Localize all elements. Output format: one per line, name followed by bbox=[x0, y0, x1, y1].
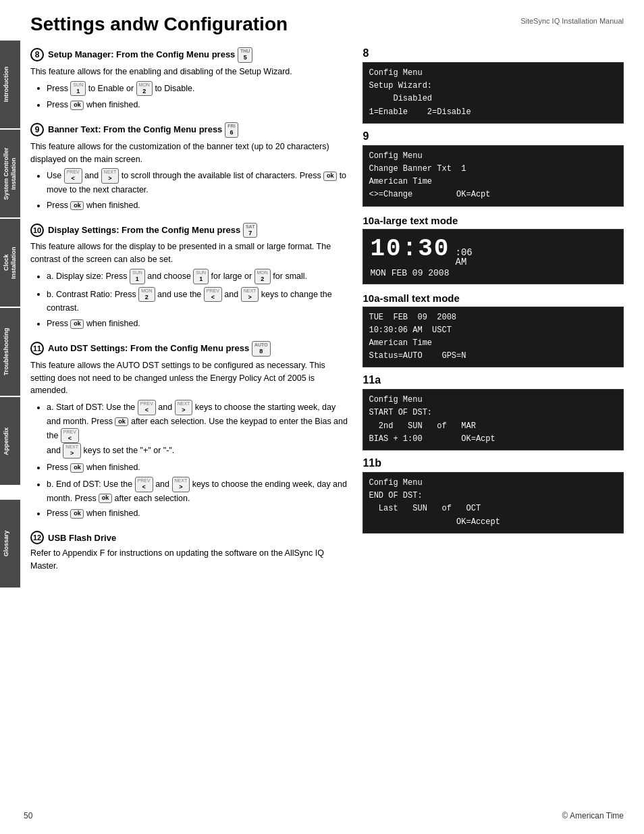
section-11-heading: 11 Auto DST Settings: From the Config Me… bbox=[30, 341, 349, 357]
sidebar-item-system-controller[interactable]: System ControllerInstallation bbox=[0, 130, 20, 217]
main-content: Settings andw Configuration SiteSync IQ … bbox=[24, 0, 644, 604]
key-ok: ok bbox=[70, 319, 84, 329]
panel-8-label: 8 bbox=[363, 47, 624, 59]
key-ok: ok bbox=[70, 201, 84, 211]
key-sun-1b: SUN1 bbox=[193, 269, 209, 284]
section-8: 8 Setup Manager: From the Config Menu pr… bbox=[30, 47, 349, 111]
section-10-heading: 10 Display Settings: From the Config Men… bbox=[30, 223, 349, 238]
panel-10a-small-screen: TUE FEB 09 2008 10:30:06 AM USCT America… bbox=[363, 307, 624, 368]
key-prev4: PREV< bbox=[61, 428, 79, 444]
left-column: 8 Setup Manager: From the Config Menu pr… bbox=[30, 47, 349, 583]
panel-10a-large-label: 10a-large text mode bbox=[363, 215, 624, 226]
section-9-body: This feature allows for the customizatio… bbox=[30, 140, 349, 212]
section-9-number: 9 bbox=[30, 123, 44, 136]
bullet-item: b. Contrast Ratio: Press MON2 and use th… bbox=[47, 287, 349, 315]
section-11-number: 11 bbox=[30, 342, 44, 355]
side-tabs: Introduction System ControllerInstallati… bbox=[0, 41, 20, 588]
bullet-item: a. Display size: Press SUN1 and choose S… bbox=[47, 269, 349, 284]
section-12-number: 12 bbox=[30, 531, 44, 544]
panel-11b-screen: Config Menu END OF DST: Last SUN of OCT … bbox=[363, 472, 624, 533]
page-footer: 50 © American Time bbox=[24, 811, 624, 820]
key-prev: PREV< bbox=[64, 168, 82, 184]
panel-9-screen: Config Menu Change Banner Txt 1 American… bbox=[363, 145, 624, 207]
section-10-number: 10 bbox=[30, 224, 44, 237]
sidebar-item-troubleshooting[interactable]: Troubleshooting bbox=[0, 308, 20, 396]
section-8-heading-text: Setup Manager: From the Config Menu pres… bbox=[48, 47, 252, 63]
key-ok2: ok bbox=[115, 417, 128, 427]
section-9-heading: 9 Banner Text: From the Config Menu pres… bbox=[30, 122, 349, 138]
section-12-body: Refer to Appendix F for instructions on … bbox=[30, 547, 349, 573]
bullet-item: Press ok when finished. bbox=[47, 199, 349, 212]
key-ok4: ok bbox=[99, 494, 112, 503]
sidebar-item-introduction[interactable]: Introduction bbox=[0, 41, 20, 128]
section-11: 11 Auto DST Settings: From the Config Me… bbox=[30, 341, 349, 520]
sidebar-item-clock-installation[interactable]: ClockInstallation bbox=[0, 219, 20, 307]
section-8-heading: 8 Setup Manager: From the Config Menu pr… bbox=[30, 47, 349, 63]
panel-10a-small-label: 10a-small text mode bbox=[363, 292, 624, 304]
right-column: 8 Config Menu Setup Wizard: Disabled 1=E… bbox=[363, 47, 624, 583]
sidebar-item-appendix[interactable]: Appendix bbox=[0, 397, 20, 485]
key-mon-2b: MON2 bbox=[138, 287, 155, 303]
page-title: Settings andw Configuration bbox=[30, 14, 288, 35]
key-next: NEXT> bbox=[101, 168, 119, 184]
key-mon-2: MON2 bbox=[254, 269, 271, 284]
section-10-body: This feature allows for the display to b… bbox=[30, 240, 349, 330]
sidebar-item-glossary[interactable]: Glossary bbox=[0, 500, 20, 588]
key-sun-1: SUN1 bbox=[70, 81, 86, 97]
panel-11b-label: 11b bbox=[363, 457, 624, 469]
two-column-layout: 8 Setup Manager: From the Config Menu pr… bbox=[30, 47, 624, 583]
section-10: 10 Display Settings: From the Config Men… bbox=[30, 223, 349, 330]
section-9-bullets: Use PREV< and NEXT> to scroll through th… bbox=[47, 168, 349, 211]
bullet-item: Press ok when finished. bbox=[47, 317, 349, 330]
key-auto-8: AUTO8 bbox=[252, 341, 271, 357]
panel-9-label: 9 bbox=[363, 130, 624, 142]
section-11-body: This feature allows the AUTO DST setting… bbox=[30, 359, 349, 520]
section-12-heading-text: USB Flash Drive bbox=[48, 533, 116, 543]
section-11-bullets: a. Start of DST: Use the PREV< and NEXT>… bbox=[47, 400, 349, 520]
clock-time: 10:30 bbox=[370, 235, 450, 263]
panel-11a-label: 11a bbox=[363, 374, 624, 386]
bullet-item: Press ok when finished. bbox=[47, 461, 349, 474]
key-ok: ok bbox=[70, 101, 84, 110]
section-12: 12 USB Flash Drive Refer to Appendix F f… bbox=[30, 531, 349, 573]
key-next3: NEXT> bbox=[175, 400, 193, 415]
bullet-item: Use PREV< and NEXT> to scroll through th… bbox=[47, 168, 349, 197]
key-sun-1: SUN1 bbox=[130, 269, 145, 284]
bullet-item: Press ok when finished. bbox=[47, 507, 349, 520]
clock-seconds-ampm: :06AM bbox=[455, 248, 472, 267]
section-9-heading-text: Banner Text: From the Config Menu press … bbox=[48, 122, 238, 138]
bullet-item: b. End of DST: Use the PREV< and NEXT> k… bbox=[47, 477, 349, 505]
section-10-heading-text: Display Settings: From the Config Menu p… bbox=[48, 223, 257, 238]
key-sat-7: SAT7 bbox=[243, 223, 257, 238]
key-next4: NEXT> bbox=[63, 443, 81, 459]
key-ok3: ok bbox=[70, 463, 84, 473]
section-10-bullets: a. Display size: Press SUN1 and choose S… bbox=[47, 269, 349, 330]
section-8-bullets: Press SUN1 to Enable or MON2 to Disable.… bbox=[47, 81, 349, 112]
key-prev5: PREV< bbox=[135, 477, 153, 492]
section-11-heading-text: Auto DST Settings: From the Config Menu … bbox=[48, 341, 271, 357]
key-fri-6: FRI6 bbox=[225, 122, 238, 138]
bullet-item: Press ok when finished. bbox=[47, 99, 349, 111]
key-prev3: PREV< bbox=[138, 400, 156, 415]
key-next5: NEXT> bbox=[172, 477, 190, 492]
manual-title: SiteSync IQ Installation Manual bbox=[520, 17, 624, 25]
key-prev2: PREV< bbox=[204, 287, 222, 303]
page-header: Settings andw Configuration SiteSync IQ … bbox=[30, 14, 624, 35]
panel-11a-screen: Config Menu START OF DST: 2nd SUN of MAR… bbox=[363, 389, 624, 450]
key-thu-5: THU5 bbox=[238, 47, 252, 63]
clock-date: MON FEB 09 2008 bbox=[370, 268, 616, 278]
panel-8-screen: Config Menu Setup Wizard: Disabled 1=Ena… bbox=[363, 62, 624, 124]
page-number: 50 bbox=[24, 811, 32, 820]
section-8-number: 8 bbox=[30, 48, 44, 61]
copyright: © American Time bbox=[562, 811, 624, 820]
section-9: 9 Banner Text: From the Config Menu pres… bbox=[30, 122, 349, 212]
section-8-body: This feature allows for the enabling and… bbox=[30, 66, 349, 111]
key-mon-2: MON2 bbox=[136, 81, 153, 97]
bullet-item: a. Start of DST: Use the PREV< and NEXT>… bbox=[47, 400, 349, 459]
section-12-heading: 12 USB Flash Drive bbox=[30, 531, 349, 544]
key-next2: NEXT> bbox=[241, 287, 259, 303]
key-ok5: ok bbox=[70, 509, 84, 519]
key-ok: ok bbox=[323, 172, 337, 181]
bullet-item: Press SUN1 to Enable or MON2 to Disable. bbox=[47, 81, 349, 97]
panel-10a-large-screen: 10:30 :06AM MON FEB 09 2008 bbox=[363, 229, 624, 284]
